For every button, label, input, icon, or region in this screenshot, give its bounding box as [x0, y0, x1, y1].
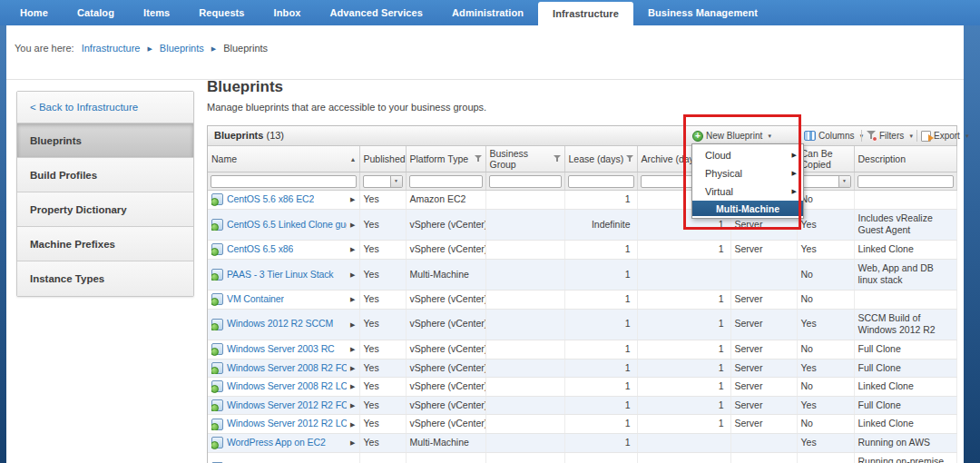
nav-tab-infrastructure[interactable]: Infrastructure	[538, 2, 633, 25]
cell-published: Yes	[359, 191, 406, 210]
filter-description-input[interactable]	[858, 175, 954, 188]
menu-item-multi-machine[interactable]: Multi-Machine	[692, 201, 803, 216]
table-row[interactable]: Windows Server 2012 R2 LC▶YesvSphere (vC…	[208, 415, 956, 434]
menu-item-cloud[interactable]: Cloud▶	[692, 146, 803, 164]
table-row[interactable]: Windows Server 2008 R2 FC▶YesvSphere (vC…	[208, 359, 956, 378]
nav-tab-home[interactable]: Home	[5, 0, 63, 25]
breadcrumb-link-blueprints[interactable]: Blueprints	[160, 43, 204, 54]
menu-item-virtual[interactable]: Virtual▶	[692, 182, 803, 201]
cell-name: CentOS 5.6 x86 EC2▶	[208, 191, 359, 210]
blueprint-name-link[interactable]: CentOS 5.6 x86 EC2	[227, 193, 314, 206]
sidebar-item-blueprints[interactable]: Blueprints	[17, 123, 193, 158]
cell-lease: Indefinite	[564, 209, 637, 240]
filter-cell-name	[208, 172, 359, 191]
table-row[interactable]: WordPress App on EC2▶YesMulti-Machine1Ye…	[208, 434, 956, 453]
row-context-menu-arrow-icon[interactable]: ▶	[350, 345, 355, 353]
chevron-down-icon[interactable]: ▼	[390, 176, 402, 187]
column-filter-funnel-icon[interactable]	[475, 155, 483, 163]
blueprint-name-link[interactable]: Windows Server 2003 RC	[227, 343, 335, 356]
column-header-description[interactable]: Description	[854, 146, 956, 172]
filter-published-select[interactable]: ▼	[363, 175, 403, 188]
row-context-menu-arrow-icon[interactable]: ▶	[350, 420, 355, 429]
table-row[interactable]: WordPress App on-premise▶YesMulti-Machin…	[208, 452, 956, 463]
sidebar-item-instance-types[interactable]: Instance Types	[17, 261, 193, 296]
row-context-menu-arrow-icon[interactable]: ▶	[350, 364, 355, 372]
nav-tab-business-management[interactable]: Business Management	[633, 0, 772, 25]
row-context-menu-arrow-icon[interactable]: ▶	[350, 221, 355, 229]
cell-can_copy: Yes	[797, 359, 854, 378]
breadcrumb-arrow-icon: ▶	[211, 45, 216, 52]
row-context-menu-arrow-icon[interactable]: ▶	[350, 271, 355, 279]
row-context-menu-arrow-icon[interactable]: ▶	[350, 438, 355, 447]
row-context-menu-arrow-icon[interactable]: ▶	[350, 195, 355, 203]
blueprint-name-link[interactable]: VM Container	[227, 293, 284, 306]
cell-can_copy: Yes	[797, 452, 854, 463]
cell-business_group	[485, 259, 564, 290]
column-label-can_copy: Can Be Copied	[801, 148, 845, 170]
nav-tab-catalog[interactable]: Catalog	[63, 0, 129, 25]
blueprint-name-link[interactable]: CentOS 6.5 x86	[227, 243, 293, 256]
cell-type: Server	[730, 340, 797, 359]
columns-button[interactable]: Columns ▼	[804, 126, 864, 145]
column-header-can_copy[interactable]: Can Be Copied	[797, 146, 854, 172]
filter-can_copy-select[interactable]: ▼	[800, 175, 851, 188]
menu-item-physical[interactable]: Physical▶	[692, 164, 803, 182]
filter-business_group-input[interactable]	[489, 175, 562, 188]
table-row[interactable]: Windows Server 2012 R2 FC▶YesvSphere (vC…	[208, 396, 956, 415]
blueprint-name-link[interactable]: Windows Server 2008 R2 LC	[227, 380, 347, 393]
column-header-published[interactable]: Published	[359, 146, 406, 172]
cell-type	[730, 452, 797, 463]
cell-archive	[637, 259, 730, 290]
nav-tab-inbox[interactable]: Inbox	[260, 0, 316, 25]
row-context-menu-arrow-icon[interactable]: ▶	[350, 295, 355, 303]
filters-button[interactable]: Filters ▼	[866, 126, 914, 145]
column-filter-funnel-icon[interactable]	[554, 155, 562, 163]
table-row[interactable]: CentOS 5.6 x86 EC2▶YesAmazon EC21No	[208, 191, 956, 210]
row-context-menu-arrow-icon[interactable]: ▶	[350, 382, 355, 390]
column-filter-funnel-icon[interactable]	[626, 155, 634, 163]
table-row[interactable]: Windows 2012 R2 SCCM▶YesvSphere (vCenter…	[208, 309, 956, 340]
column-header-lease[interactable]: Lease (days)	[564, 146, 637, 172]
export-label: Export	[934, 131, 960, 141]
sidebar-item-property-dictionary[interactable]: Property Dictionary	[17, 192, 193, 227]
blueprint-name-link[interactable]: Windows Server 2012 R2 FC	[227, 399, 347, 412]
sidebar-item-machine-prefixes[interactable]: Machine Prefixes	[17, 227, 193, 261]
sidebar-item-build-profiles[interactable]: Build Profiles	[17, 158, 193, 192]
cell-published: Yes	[359, 290, 406, 309]
column-header-name[interactable]: Name▲	[208, 146, 359, 172]
cell-description: Linked Clone	[854, 241, 956, 260]
column-header-platform[interactable]: Platform Type	[406, 146, 485, 172]
blueprint-name-link[interactable]: Windows 2012 R2 SCCM	[227, 318, 333, 330]
table-row[interactable]: PAAS - 3 Tier Linux Stack▶YesMulti-Machi…	[208, 259, 956, 290]
blueprint-name-link[interactable]: Windows Server 2012 R2 LC	[227, 418, 347, 430]
new-blueprint-button[interactable]: + New Blueprint ▼	[692, 126, 772, 145]
table-row[interactable]: CentOS 6.5 Linked Clone gugent▶YesvSpher…	[208, 209, 956, 240]
nav-tab-items[interactable]: Items	[129, 0, 184, 25]
chevron-down-icon[interactable]: ▼	[838, 176, 850, 187]
breadcrumb-link-infrastructure[interactable]: Infrastructure	[82, 43, 141, 54]
blueprint-name-link[interactable]: Windows Server 2008 R2 FC	[227, 362, 347, 375]
nav-tab-requests[interactable]: Requests	[184, 0, 259, 25]
row-context-menu-arrow-icon[interactable]: ▶	[350, 320, 355, 329]
column-header-business_group[interactable]: Business Group	[485, 146, 564, 172]
row-context-menu-arrow-icon[interactable]: ▶	[350, 401, 355, 409]
cell-name: Windows Server 2003 RC▶	[208, 340, 359, 359]
cell-published: Yes	[359, 309, 406, 340]
table-row[interactable]: Windows Server 2008 R2 LC▶YesvSphere (vC…	[208, 378, 956, 397]
row-context-menu-arrow-icon[interactable]: ▶	[350, 245, 355, 253]
filter-platform-input[interactable]	[409, 175, 483, 188]
table-row[interactable]: VM Container▶YesvSphere (vCenter)11Serve…	[208, 290, 956, 309]
table-row[interactable]: Windows Server 2003 RC▶YesvSphere (vCent…	[208, 340, 956, 359]
blueprint-name-link[interactable]: CentOS 6.5 Linked Clone gugent	[227, 219, 347, 232]
cell-platform: Multi-Machine	[406, 434, 485, 453]
cell-platform: vSphere (vCenter)	[406, 209, 485, 240]
filter-lease-input[interactable]	[568, 175, 634, 188]
back-to-infrastructure-link[interactable]: < Back to Infrastructure	[30, 102, 138, 113]
nav-tab-administration[interactable]: Administration	[437, 0, 538, 25]
blueprint-name-link[interactable]: PAAS - 3 Tier Linux Stack	[227, 269, 334, 281]
filter-name-input[interactable]	[211, 175, 357, 188]
blueprint-name-link[interactable]: WordPress App on EC2	[227, 437, 326, 449]
export-button[interactable]: Export ▼	[921, 126, 970, 145]
table-row[interactable]: CentOS 6.5 x86▶YesvSphere (vCenter)11Ser…	[208, 241, 956, 260]
nav-tab-advanced-services[interactable]: Advanced Services	[315, 0, 437, 25]
